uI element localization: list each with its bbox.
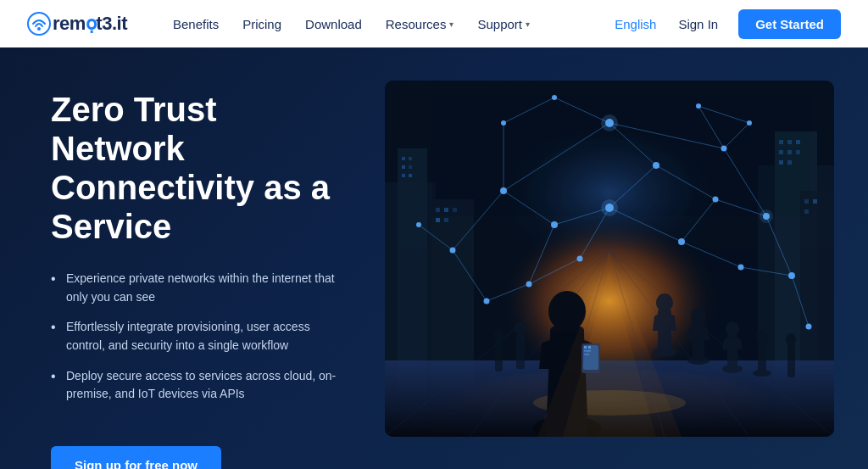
svg-point-111 <box>726 321 739 337</box>
svg-point-71 <box>484 298 490 304</box>
svg-point-82 <box>806 323 812 329</box>
navbar: remọt3.it Benefits Pricing Download Res… <box>0 0 868 47</box>
svg-point-77 <box>696 103 701 109</box>
nav-right: English Sign In Get Started <box>606 9 841 39</box>
svg-rect-6 <box>402 157 405 160</box>
signup-button[interactable]: Sign up for free now <box>51 446 221 469</box>
svg-point-75 <box>788 272 795 279</box>
hero-content: Zero Trust Network Connectivity as a Ser… <box>0 47 385 469</box>
svg-rect-16 <box>444 218 448 222</box>
svg-point-96 <box>548 291 586 332</box>
svg-rect-23 <box>779 150 783 154</box>
svg-rect-24 <box>787 150 792 154</box>
svg-point-79 <box>552 95 557 100</box>
svg-point-1 <box>37 27 41 31</box>
hero-image-area <box>385 47 868 469</box>
get-started-button[interactable]: Get Started <box>738 9 841 39</box>
svg-point-74 <box>738 264 744 270</box>
svg-rect-30 <box>804 209 809 214</box>
svg-rect-28 <box>804 199 809 204</box>
svg-rect-117 <box>516 333 525 369</box>
svg-rect-13 <box>444 208 448 212</box>
svg-rect-27 <box>787 160 792 165</box>
network-visualization <box>385 81 834 437</box>
svg-rect-20 <box>779 140 783 144</box>
svg-rect-12 <box>436 208 440 212</box>
svg-rect-8 <box>402 165 405 169</box>
logo[interactable]: remọt3.it <box>27 12 127 36</box>
svg-point-64 <box>653 162 659 169</box>
svg-point-84 <box>601 199 618 216</box>
svg-point-83 <box>601 114 618 131</box>
sign-in-link[interactable]: Sign In <box>668 17 728 31</box>
svg-point-72 <box>526 281 532 287</box>
svg-point-81 <box>416 222 421 227</box>
svg-point-80 <box>501 120 506 126</box>
svg-rect-113 <box>758 342 766 373</box>
svg-rect-15 <box>436 218 440 222</box>
chevron-down-icon: ▾ <box>526 20 530 29</box>
svg-point-65 <box>721 145 727 151</box>
svg-point-67 <box>551 221 558 228</box>
svg-point-85 <box>760 209 773 223</box>
svg-rect-119 <box>495 339 503 371</box>
svg-rect-22 <box>796 140 800 144</box>
svg-point-76 <box>577 255 583 261</box>
svg-point-68 <box>713 196 719 202</box>
language-selector[interactable]: English <box>606 17 665 31</box>
svg-rect-21 <box>787 140 792 144</box>
svg-point-120 <box>493 328 504 340</box>
hero-title: Zero Trust Network Connectivity as a Ser… <box>51 90 351 246</box>
svg-rect-9 <box>409 165 412 169</box>
svg-point-78 <box>747 120 752 126</box>
chevron-down-icon: ▾ <box>449 20 453 29</box>
nav-resources[interactable]: Resources ▾ <box>374 0 466 47</box>
svg-point-105 <box>656 293 673 312</box>
svg-rect-25 <box>796 150 800 154</box>
svg-point-116 <box>786 333 796 345</box>
svg-point-108 <box>691 308 706 325</box>
svg-rect-14 <box>453 208 457 212</box>
hero-image <box>385 81 834 437</box>
nav-download[interactable]: Download <box>293 0 374 47</box>
svg-rect-10 <box>402 174 405 177</box>
svg-point-66 <box>450 247 456 253</box>
bullet-1: Experience private networks within the i… <box>51 270 351 306</box>
svg-rect-115 <box>787 343 795 377</box>
svg-point-63 <box>500 187 507 194</box>
svg-rect-7 <box>409 157 412 160</box>
nav-benefits[interactable]: Benefits <box>161 0 231 47</box>
bullet-2: Effortlessly integrate provisioning, use… <box>51 318 351 355</box>
svg-point-118 <box>515 321 526 335</box>
svg-rect-11 <box>409 174 412 177</box>
nav-pricing[interactable]: Pricing <box>231 0 293 47</box>
svg-rect-29 <box>813 199 817 204</box>
nav-support[interactable]: Support ▾ <box>465 0 542 47</box>
bullet-3: Deploy secure access to services across … <box>51 367 351 404</box>
hero-section: Zero Trust Network Connectivity as a Ser… <box>0 47 868 469</box>
svg-rect-26 <box>779 160 783 165</box>
svg-point-114 <box>756 330 768 343</box>
logo-text: remọt3.it <box>53 13 127 35</box>
nav-links: Benefits Pricing Download Resources ▾ Su… <box>161 0 606 47</box>
logo-icon <box>27 12 51 36</box>
hero-bullets: Experience private networks within the i… <box>51 270 351 416</box>
svg-point-73 <box>678 238 685 245</box>
